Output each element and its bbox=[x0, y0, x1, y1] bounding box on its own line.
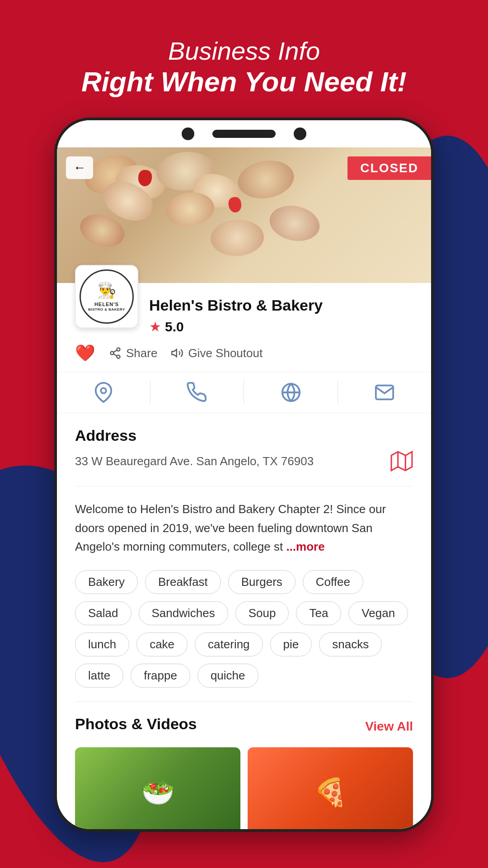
svg-line-4 bbox=[113, 350, 117, 353]
photo-thumb-2[interactable]: 🍕 bbox=[248, 747, 413, 829]
shoutout-button[interactable]: Give Shoutout bbox=[171, 346, 263, 360]
phone-icon bbox=[187, 382, 207, 403]
location-nav-item[interactable] bbox=[93, 382, 114, 403]
address-title: Address bbox=[75, 427, 413, 444]
description-text: Welcome to Helen's Bistro and Bakery Cha… bbox=[75, 500, 413, 557]
more-link[interactable]: ...more bbox=[286, 540, 324, 553]
phone-notch bbox=[57, 120, 431, 147]
svg-point-0 bbox=[117, 348, 120, 351]
phone-nav-item[interactable] bbox=[187, 382, 207, 403]
svg-point-2 bbox=[117, 355, 120, 359]
tag-item[interactable]: Sandwiches bbox=[139, 601, 228, 625]
svg-point-6 bbox=[101, 388, 106, 393]
tag-item[interactable]: snacks bbox=[319, 632, 382, 656]
action-row: ❤️ Share Give Shoutout bbox=[75, 344, 413, 363]
svg-marker-9 bbox=[391, 452, 412, 471]
tag-item[interactable]: Coffee bbox=[303, 570, 363, 594]
chef-hat-icon: 👨‍🍳 bbox=[97, 281, 116, 300]
divider-2 bbox=[75, 701, 413, 702]
tag-item[interactable]: Tea bbox=[296, 601, 341, 625]
business-header: 👨‍🍳 HELEN'S BISTRO & BAKERY Helen's Bist… bbox=[75, 292, 413, 335]
nav-divider-1 bbox=[150, 381, 150, 404]
rating-value: 5.0 bbox=[165, 319, 184, 335]
tags-section: BakeryBreakfastBurgersCoffeeSaladSandwic… bbox=[57, 570, 431, 701]
shoutout-icon bbox=[171, 347, 183, 359]
tag-item[interactable]: Vegan bbox=[348, 601, 408, 625]
icon-nav bbox=[57, 372, 431, 413]
star-icon: ★ bbox=[149, 319, 161, 335]
photos-section: Photos & Videos View All 🥗 🍕 bbox=[57, 715, 431, 829]
tag-item[interactable]: pie bbox=[270, 632, 312, 656]
tag-item[interactable]: Burgers bbox=[228, 570, 296, 594]
food-emoji-2: 🍕 bbox=[314, 776, 347, 808]
logo-inner: 👨‍🍳 HELEN'S BISTRO & BAKERY bbox=[80, 269, 134, 324]
svg-marker-5 bbox=[172, 349, 177, 357]
tag-item[interactable]: catering bbox=[195, 632, 263, 656]
tags-container: BakeryBreakfastBurgersCoffeeSaladSandwic… bbox=[75, 570, 413, 688]
business-name: Helen's Bistro & Bakery bbox=[149, 297, 413, 314]
speaker bbox=[212, 130, 276, 138]
shoutout-label: Give Shoutout bbox=[188, 346, 263, 360]
photos-grid: 🥗 🍕 bbox=[75, 747, 413, 829]
description-section: Welcome to Helen's Bistro and Bakery Cha… bbox=[57, 500, 431, 570]
business-info-section: 👨‍🍳 HELEN'S BISTRO & BAKERY Helen's Bist… bbox=[57, 283, 431, 372]
closed-badge: CLOSED bbox=[347, 156, 431, 180]
camera-left bbox=[182, 127, 194, 140]
phone-content: ← CLOSED 👨‍🍳 HELEN'S BISTRO & BAKERY Hel… bbox=[57, 147, 431, 829]
phone-frame: ← CLOSED 👨‍🍳 HELEN'S BISTRO & BAKERY Hel… bbox=[54, 118, 434, 832]
tag-item[interactable]: quiche bbox=[197, 664, 258, 688]
app-header: Business Info Right When You Need It! bbox=[0, 36, 488, 98]
address-section: Address 33 W Beauregard Ave. San Angelo,… bbox=[57, 427, 431, 486]
location-icon bbox=[93, 382, 114, 403]
email-nav-item[interactable] bbox=[374, 382, 395, 403]
globe-icon bbox=[281, 382, 301, 403]
divider-1 bbox=[75, 486, 413, 486]
share-icon bbox=[109, 347, 122, 359]
tag-item[interactable]: lunch bbox=[75, 632, 129, 656]
share-button[interactable]: Share bbox=[109, 346, 157, 360]
address-row: 33 W Beauregard Ave. San Angelo, TX 7690… bbox=[75, 450, 413, 472]
rating-row: ★ 5.0 bbox=[149, 319, 413, 335]
email-icon bbox=[374, 382, 395, 403]
favorite-button[interactable]: ❤️ bbox=[75, 344, 95, 363]
photos-header: Photos & Videos View All bbox=[75, 715, 413, 738]
share-label: Share bbox=[126, 346, 157, 360]
photos-title: Photos & Videos bbox=[75, 715, 197, 733]
tag-item[interactable]: cake bbox=[136, 632, 188, 656]
address-text: 33 W Beauregard Ave. San Angelo, TX 7690… bbox=[75, 454, 390, 468]
tag-item[interactable]: frappe bbox=[131, 664, 190, 688]
view-all-link[interactable]: View All bbox=[365, 719, 413, 734]
business-name-area: Helen's Bistro & Bakery ★ 5.0 bbox=[149, 292, 413, 335]
svg-line-3 bbox=[113, 354, 117, 356]
business-logo: 👨‍🍳 HELEN'S BISTRO & BAKERY bbox=[75, 265, 138, 328]
photo-thumb-1[interactable]: 🥗 bbox=[75, 747, 240, 829]
hero-image: ← CLOSED bbox=[57, 147, 431, 283]
svg-point-1 bbox=[111, 352, 114, 355]
tag-item[interactable]: latte bbox=[75, 664, 123, 688]
back-button[interactable]: ← bbox=[66, 156, 93, 179]
nav-divider-3 bbox=[338, 381, 338, 404]
website-nav-item[interactable] bbox=[281, 382, 301, 403]
tag-item[interactable]: Soup bbox=[235, 601, 289, 625]
camera-right bbox=[294, 127, 306, 140]
nav-divider-2 bbox=[244, 381, 244, 404]
tag-item[interactable]: Salad bbox=[75, 601, 131, 625]
header-line1: Business Info bbox=[0, 36, 488, 66]
food-emoji-1: 🥗 bbox=[141, 776, 175, 808]
map-icon[interactable] bbox=[390, 450, 413, 472]
tag-item[interactable]: Breakfast bbox=[145, 570, 221, 594]
header-line2: Right When You Need It! bbox=[0, 66, 488, 98]
tag-item[interactable]: Bakery bbox=[75, 570, 138, 594]
